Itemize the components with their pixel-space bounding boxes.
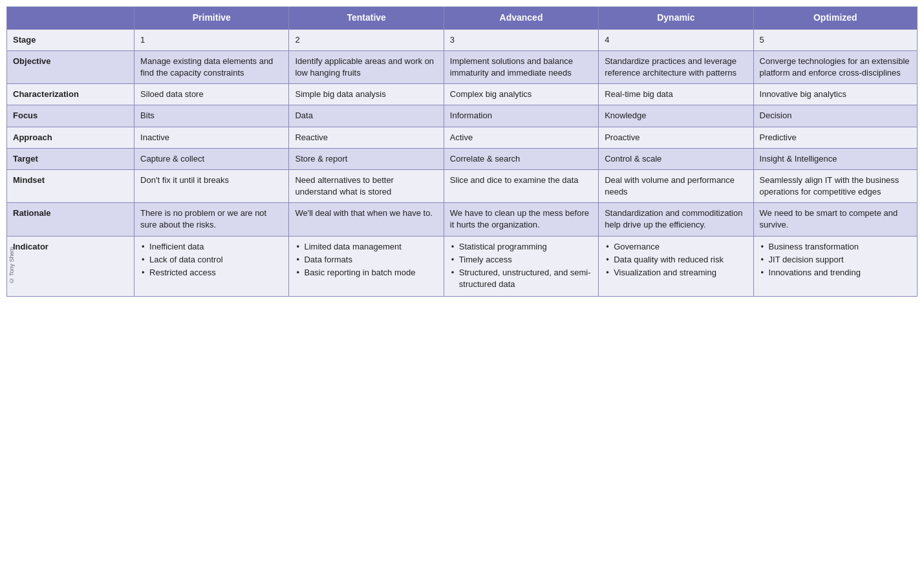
list-item: Structured, unstructured, and semi-struc… (450, 267, 592, 290)
row-label-2: Characterization (7, 84, 134, 105)
header-col4: Dynamic (599, 7, 753, 30)
table-row: ApproachInactiveReactiveActiveProactiveP… (7, 127, 918, 148)
table-row: CharacterizationSiloed data storeSimple … (7, 84, 918, 105)
header-col2: Tentative (289, 7, 444, 30)
row-7-col5: We need to be smart to compete and survi… (753, 203, 917, 236)
list-item: Business transformation (760, 241, 911, 253)
row-4-col4: Proactive (599, 127, 753, 148)
header-row: Primitive Tentative Advanced Dynamic Opt… (7, 7, 918, 30)
row-6-col4: Deal with volume and performance needs (599, 169, 753, 202)
table-row: RationaleThere is no problem or we are n… (7, 203, 918, 236)
row-5-col5: Insight & Intelligence (753, 148, 917, 169)
row-8-col2: Limited data managementData formatsBasic… (289, 236, 444, 297)
table-row: TargetCapture & collectStore & reportCor… (7, 148, 918, 169)
row-7-col4: Standardization and commoditization help… (599, 203, 753, 236)
list-item: Limited data management (295, 241, 437, 253)
row-1-col4: Standardize practices and leverage refer… (599, 50, 753, 83)
row-8-col1: Inefficient dataLack of data controlRest… (134, 236, 289, 297)
list-item: Governance (605, 241, 747, 253)
header-col3: Advanced (444, 7, 598, 30)
table-row: IndicatorInefficient dataLack of data co… (7, 236, 918, 297)
row-label-0: Stage (7, 29, 134, 50)
row-1-col3: Implement solutions and balance immaturi… (444, 50, 598, 83)
list-item: JIT decision support (760, 254, 911, 266)
row-4-col3: Active (444, 127, 598, 148)
row-2-col2: Simple big data analysis (289, 84, 444, 105)
row-5-col4: Control & scale (599, 148, 753, 169)
row-7-col2: We'll deal with that when we have to. (289, 203, 444, 236)
row-4-col1: Inactive (134, 127, 289, 148)
row-2-col4: Real-time big data (599, 84, 753, 105)
row-3-col1: Bits (134, 105, 289, 127)
list-item: Basic reporting in batch mode (295, 267, 437, 279)
table-row: ObjectiveManage existing data elements a… (7, 50, 918, 83)
table-body: Stage12345ObjectiveManage existing data … (7, 29, 918, 297)
row-3-col3: Information (444, 105, 598, 127)
row-8-col4: GovernanceData quality with reduced risk… (599, 236, 753, 297)
row-4-col5: Predictive (753, 127, 917, 148)
list-item: Data formats (295, 254, 437, 266)
row-label-7: Rationale (7, 203, 134, 236)
table-row: MindsetDon't fix it until it breaksNeed … (7, 169, 918, 202)
row-label-8: Indicator (7, 236, 134, 297)
row-6-col5: Seamlessly align IT with the business op… (753, 169, 917, 202)
row-1-col5: Converge technologies for an extensible … (753, 50, 917, 83)
maturity-table: Primitive Tentative Advanced Dynamic Opt… (6, 6, 918, 297)
list-item: Timely access (450, 254, 592, 266)
row-2-col1: Siloed data store (134, 84, 289, 105)
row-0-col5: 5 (753, 29, 917, 50)
row-7-col1: There is no problem or we are not sure a… (134, 203, 289, 236)
table-row: FocusBitsDataInformationKnowledgeDecisio… (7, 105, 918, 127)
row-label-1: Objective (7, 50, 134, 83)
row-0-col2: 2 (289, 29, 444, 50)
list-item: Statistical programming (450, 241, 592, 253)
row-label-4: Approach (7, 127, 134, 148)
row-0-col1: 1 (134, 29, 289, 50)
header-col1: Primitive (134, 7, 289, 30)
row-6-col1: Don't fix it until it breaks (134, 169, 289, 202)
list-item: Restricted access (140, 267, 283, 279)
row-6-col2: Need alternatives to better understand w… (289, 169, 444, 202)
row-6-col3: Slice and dice to examine the data (444, 169, 598, 202)
row-2-col5: Innovative big analytics (753, 84, 917, 105)
header-col0 (7, 7, 134, 30)
table-row: Stage12345 (7, 29, 918, 50)
row-4-col2: Reactive (289, 127, 444, 148)
copyright-text: © Tony Shem (8, 247, 15, 284)
row-label-3: Focus (7, 105, 134, 127)
row-8-col5: Business transformationJIT decision supp… (753, 236, 917, 297)
row-5-col1: Capture & collect (134, 148, 289, 169)
row-8-col3: Statistical programmingTimely accessStru… (444, 236, 598, 297)
row-0-col4: 4 (599, 29, 753, 50)
list-item: Visualization and streaming (605, 267, 747, 279)
row-1-col1: Manage existing data elements and find t… (134, 50, 289, 83)
row-3-col5: Decision (753, 105, 917, 127)
row-label-6: Mindset (7, 169, 134, 202)
row-3-col2: Data (289, 105, 444, 127)
row-2-col3: Complex big analytics (444, 84, 598, 105)
row-0-col3: 3 (444, 29, 598, 50)
list-item: Innovations and trending (760, 267, 911, 279)
row-7-col3: We have to clean up the mess before it h… (444, 203, 598, 236)
list-item: Data quality with reduced risk (605, 254, 747, 266)
row-3-col4: Knowledge (599, 105, 753, 127)
list-item: Lack of data control (140, 254, 283, 266)
row-5-col2: Store & report (289, 148, 444, 169)
row-1-col2: Identify applicable areas and work on lo… (289, 50, 444, 83)
list-item: Inefficient data (140, 241, 283, 253)
header-col5: Optimized (753, 7, 917, 30)
row-5-col3: Correlate & search (444, 148, 598, 169)
row-label-5: Target (7, 148, 134, 169)
